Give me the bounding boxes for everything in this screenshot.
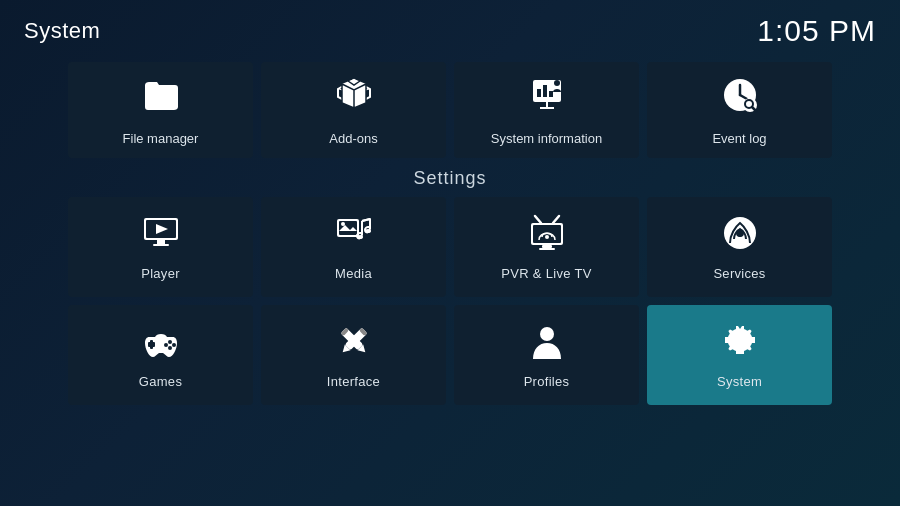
games-label: Games: [139, 374, 182, 389]
app-title: System: [24, 18, 100, 44]
svg-rect-3: [537, 89, 541, 97]
player-label: Player: [141, 266, 180, 281]
services-label: Services: [713, 266, 765, 281]
pvr-live-tv-label: PVR & Live TV: [501, 266, 591, 281]
add-ons-label: Add-ons: [329, 131, 377, 146]
menu-item-system-information[interactable]: System information: [454, 62, 639, 158]
svg-point-23: [357, 235, 363, 239]
games-icon: [141, 321, 181, 366]
settings-row-2: Games: [24, 305, 876, 405]
file-manager-icon: [141, 75, 181, 123]
svg-point-34: [545, 235, 549, 239]
system-label: System: [717, 374, 762, 389]
settings-row-1: Player Media: [24, 197, 876, 297]
media-label: Media: [335, 266, 372, 281]
svg-rect-17: [157, 240, 165, 244]
settings-grid: Player Media: [0, 193, 900, 413]
svg-line-27: [362, 219, 370, 221]
svg-point-24: [365, 229, 371, 233]
menu-item-file-manager[interactable]: File manager: [68, 62, 253, 158]
svg-line-30: [535, 216, 541, 223]
svg-rect-5: [549, 91, 553, 97]
svg-rect-33: [539, 248, 555, 250]
add-ons-icon: [334, 75, 374, 123]
top-row: File manager Add-ons: [0, 56, 900, 162]
menu-item-player[interactable]: Player: [68, 197, 253, 297]
profiles-label: Profiles: [524, 374, 570, 389]
clock: 1:05 PM: [757, 14, 876, 48]
svg-point-40: [168, 340, 172, 344]
menu-item-event-log[interactable]: Event log: [647, 62, 832, 158]
menu-item-add-ons[interactable]: Add-ons: [261, 62, 446, 158]
svg-rect-18: [153, 244, 169, 246]
svg-line-31: [553, 216, 559, 223]
menu-item-media[interactable]: Media: [261, 197, 446, 297]
file-manager-label: File manager: [123, 131, 199, 146]
svg-rect-32: [542, 245, 552, 248]
svg-point-41: [172, 343, 176, 347]
svg-point-43: [164, 343, 168, 347]
menu-item-games[interactable]: Games: [68, 305, 253, 405]
event-log-icon: [720, 75, 760, 123]
event-log-label: Event log: [712, 131, 766, 146]
menu-item-profiles[interactable]: Profiles: [454, 305, 639, 405]
svg-point-37: [738, 233, 742, 237]
interface-icon: [334, 321, 374, 366]
menu-item-system[interactable]: System: [647, 305, 832, 405]
system-information-label: System information: [491, 131, 602, 146]
system-information-icon: [527, 75, 567, 123]
menu-item-interface[interactable]: Interface: [261, 305, 446, 405]
top-bar: System 1:05 PM: [0, 0, 900, 56]
system-icon: [720, 321, 760, 366]
svg-rect-39: [148, 342, 155, 347]
services-icon: [720, 213, 760, 258]
settings-label: Settings: [0, 162, 900, 193]
menu-item-services[interactable]: Services: [647, 197, 832, 297]
player-icon: [141, 213, 181, 258]
svg-point-50: [540, 327, 554, 341]
svg-point-22: [341, 222, 345, 226]
media-icon: [334, 213, 374, 258]
menu-item-pvr-live-tv[interactable]: PVR & Live TV: [454, 197, 639, 297]
interface-label: Interface: [327, 374, 380, 389]
pvr-live-tv-icon: [527, 213, 567, 258]
svg-point-42: [168, 346, 172, 350]
svg-rect-4: [543, 85, 547, 97]
profiles-icon: [527, 321, 567, 366]
svg-point-6: [554, 80, 560, 86]
